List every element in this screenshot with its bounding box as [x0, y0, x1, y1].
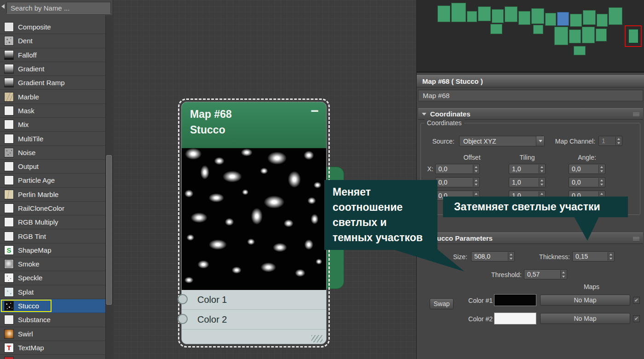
- spinner-up-icon[interactable]: [473, 191, 479, 196]
- spinner[interactable]: [539, 165, 545, 173]
- spinner-down-icon[interactable]: [539, 169, 545, 173]
- list-item-composite[interactable]: Composite: [0, 20, 105, 34]
- navigator-view-frame[interactable]: [625, 25, 642, 47]
- spinner[interactable]: [539, 178, 545, 186]
- navigator-panel[interactable]: [416, 0, 644, 73]
- spinner-down-icon[interactable]: [599, 169, 604, 173]
- list-item-railclonecolor[interactable]: RailCloneColor: [0, 202, 105, 215]
- navigator-node-thumb[interactable]: [574, 46, 586, 55]
- node-slot-color2[interactable]: Color 2: [182, 310, 326, 330]
- scrollbar-thumb[interactable]: [106, 155, 112, 305]
- list-item-textmap[interactable]: TTextMap: [0, 341, 105, 355]
- navigator-node-thumb[interactable]: [545, 13, 556, 26]
- spinner-up-icon[interactable]: [539, 191, 545, 196]
- node-slot-color1[interactable]: Color 1: [182, 290, 326, 310]
- spinner-up-icon[interactable]: [599, 191, 604, 196]
- navigator-node-thumb[interactable]: [478, 6, 491, 21]
- list-item-rgb-tint[interactable]: RGB Tint: [0, 229, 105, 243]
- node-body[interactable]: Map #68 Stucco − Color 1 Color 2: [181, 102, 327, 344]
- dropdown-arrow-icon[interactable]: [536, 136, 544, 146]
- list-item-substance[interactable]: Substance: [0, 313, 105, 327]
- list-item-mask[interactable]: Mask: [0, 104, 105, 118]
- list-item-gradient[interactable]: Gradient: [0, 62, 105, 76]
- list-item-output[interactable]: Output: [0, 160, 105, 174]
- spinner-down-icon[interactable]: [599, 182, 604, 186]
- spinner-up-icon[interactable]: [473, 178, 479, 182]
- navigator-node-thumb[interactable]: [505, 6, 518, 22]
- color2-swatch[interactable]: [494, 313, 536, 324]
- navigator-node-thumb[interactable]: [492, 9, 504, 23]
- list-item-swirl[interactable]: Swirl: [0, 327, 105, 341]
- node-editor-canvas[interactable]: Map #68 Stucco − Color 1 Color 2: [113, 0, 416, 359]
- spinner-up-icon[interactable]: [616, 137, 621, 141]
- spinner-up-icon[interactable]: [508, 252, 514, 256]
- size-field[interactable]: 508,0: [471, 251, 515, 261]
- list-scrollbar[interactable]: [105, 15, 112, 359]
- navigator-node-thumb[interactable]: [596, 29, 607, 41]
- color2-map-checkbox[interactable]: ✔: [633, 315, 640, 322]
- navigator-node-thumb[interactable]: [533, 25, 543, 34]
- spinner[interactable]: [473, 178, 479, 186]
- spinner[interactable]: [615, 137, 621, 145]
- navigator-node-thumb[interactable]: [467, 11, 477, 22]
- navigator-node-thumb[interactable]: [490, 24, 502, 34]
- spinner-up-icon[interactable]: [539, 178, 545, 182]
- spinner-down-icon[interactable]: [508, 256, 514, 261]
- spinner-down-icon[interactable]: [539, 182, 545, 186]
- spinner[interactable]: [598, 165, 604, 173]
- x-offset-field[interactable]: 0,0: [435, 164, 480, 174]
- stucco-node[interactable]: Map #68 Stucco − Color 1 Color 2: [178, 98, 330, 347]
- list-item-mix[interactable]: Mix: [0, 118, 105, 132]
- spinner-up-icon[interactable]: [473, 165, 479, 169]
- y-tiling-field[interactable]: 1,0: [509, 177, 546, 187]
- navigator-node-thumb[interactable]: [597, 14, 608, 27]
- thickness-field[interactable]: 0,15: [572, 251, 615, 261]
- list-item-stucco[interactable]: Stucco: [0, 299, 105, 313]
- x-tiling-field[interactable]: 1,0: [509, 164, 546, 174]
- spinner-up-icon[interactable]: [599, 178, 604, 182]
- navigator-node-thumb[interactable]: [609, 7, 622, 25]
- list-item-partial[interactable]: [0, 355, 105, 359]
- list-item-shapemap[interactable]: SShapeMap: [0, 243, 105, 257]
- color1-map-checkbox[interactable]: ✔: [633, 297, 640, 304]
- color2-input-socket[interactable]: [178, 314, 188, 324]
- panel-collapse-icon[interactable]: [1, 4, 5, 9]
- spinner-down-icon[interactable]: [473, 182, 479, 186]
- color2-map-button[interactable]: No Map: [540, 313, 630, 324]
- spinner-down-icon[interactable]: [473, 169, 479, 173]
- coordinates-rollout[interactable]: Coordinates: [418, 108, 643, 120]
- list-item-rgb-multiply[interactable]: RGB Multiply: [0, 215, 105, 229]
- navigator-node-thumb[interactable]: [569, 29, 581, 43]
- threshold-field[interactable]: 0,57: [524, 269, 567, 279]
- node-header[interactable]: Map #68 Stucco −: [182, 102, 326, 148]
- search-input[interactable]: [7, 2, 110, 13]
- node-name-field[interactable]: Map #68: [418, 90, 643, 101]
- list-item-splat[interactable]: Splat: [0, 285, 105, 299]
- spinner[interactable]: [560, 270, 566, 278]
- spinner-down-icon[interactable]: [561, 274, 566, 278]
- spinner[interactable]: [508, 252, 514, 261]
- x-angle-field[interactable]: 0,0: [569, 164, 605, 174]
- list-item-marble[interactable]: Marble: [0, 90, 105, 104]
- spinner-down-icon[interactable]: [608, 256, 614, 261]
- color1-map-button[interactable]: No Map: [540, 295, 630, 306]
- color1-input-socket[interactable]: [178, 294, 188, 304]
- navigator-node-thumb[interactable]: [583, 10, 596, 25]
- navigator-node-thumb[interactable]: [557, 12, 569, 26]
- spinner[interactable]: [598, 178, 604, 186]
- map-channel-field[interactable]: 1: [598, 136, 622, 146]
- spinner[interactable]: [473, 165, 479, 173]
- collapse-node-icon[interactable]: −: [310, 103, 319, 119]
- list-item-smoke[interactable]: Smoke: [0, 257, 105, 271]
- list-item-speckle[interactable]: Speckle: [0, 271, 105, 285]
- list-item-falloff[interactable]: Falloff: [0, 48, 105, 62]
- spinner-up-icon[interactable]: [599, 165, 604, 169]
- spinner[interactable]: [608, 252, 614, 261]
- y-offset-field[interactable]: 0,0: [435, 177, 480, 187]
- navigator-node-thumb[interactable]: [582, 27, 595, 43]
- list-item-particle-age[interactable]: Particle Age: [0, 174, 105, 187]
- list-item-noise[interactable]: Noise: [0, 146, 105, 160]
- params-title-bar[interactable]: Map #68 ( Stucco ): [417, 75, 644, 87]
- navigator-node-thumb[interactable]: [531, 8, 544, 24]
- spinner-up-icon[interactable]: [608, 252, 614, 256]
